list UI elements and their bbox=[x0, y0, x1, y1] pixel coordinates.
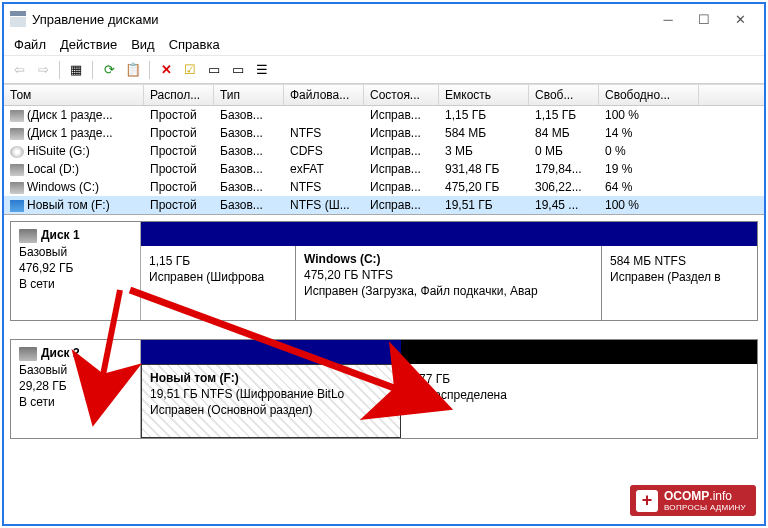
disk2-header-bar bbox=[141, 340, 757, 364]
properties-button[interactable]: 📋 bbox=[122, 59, 144, 81]
column-freepct[interactable]: Свободно... bbox=[599, 85, 699, 105]
watermark-sub: ВОПРОСЫ АДМИНУ bbox=[664, 503, 746, 512]
separator bbox=[59, 61, 60, 79]
volume-row[interactable]: Windows (C:)ПростойБазов...NTFSИсправ...… bbox=[4, 178, 764, 196]
disk1-info: Диск 1 Базовый 476,92 ГБ В сети bbox=[11, 222, 141, 320]
part-size: 1,15 ГБ bbox=[149, 254, 287, 268]
part-status: Исправен (Шифрова bbox=[149, 270, 287, 284]
disk-icon bbox=[19, 347, 37, 361]
volume-list-header: Том Распол... Тип Файлова... Состоя... Е… bbox=[4, 84, 764, 106]
volume-row[interactable]: Новый том (F:)ПростойБазов...NTFS (Ш...И… bbox=[4, 196, 764, 214]
volume-icon bbox=[10, 146, 24, 158]
volume-rows: (Диск 1 разде...ПростойБазов...Исправ...… bbox=[4, 106, 764, 214]
disk-icon bbox=[19, 229, 37, 243]
part-status: Исправен (Основной раздел) bbox=[150, 403, 392, 417]
column-volume[interactable]: Том bbox=[4, 85, 144, 105]
column-layout[interactable]: Распол... bbox=[144, 85, 214, 105]
menu-help[interactable]: Справка bbox=[169, 37, 220, 52]
disk1-type: Базовый bbox=[19, 245, 132, 259]
disk2-part-2[interactable]: 9,77 ГБ Не распределена bbox=[401, 364, 757, 438]
minimize-button[interactable]: ─ bbox=[650, 4, 686, 34]
part-size: 584 МБ NTFS bbox=[610, 254, 749, 268]
disk2-type: Базовый bbox=[19, 363, 132, 377]
toolbar: ⇦ ⇨ ▦ ⟳ 📋 ✕ ☑ ▭ ▭ ☰ bbox=[4, 56, 764, 84]
part-size: 475,20 ГБ NTFS bbox=[304, 268, 593, 282]
separator bbox=[149, 61, 150, 79]
extra1-button[interactable]: ▭ bbox=[203, 59, 225, 81]
disk1-part-2[interactable]: Windows (C:) 475,20 ГБ NTFS Исправен (За… bbox=[296, 246, 602, 320]
disk1-header-bar bbox=[141, 222, 757, 246]
column-status[interactable]: Состоя... bbox=[364, 85, 439, 105]
separator bbox=[92, 61, 93, 79]
part-size: 9,77 ГБ bbox=[409, 372, 749, 386]
maximize-button[interactable]: ☐ bbox=[686, 4, 722, 34]
part-name: Windows (C:) bbox=[304, 252, 593, 266]
volume-icon bbox=[10, 128, 24, 140]
volume-icon bbox=[10, 200, 24, 212]
disk2-name: Диск 2 bbox=[41, 346, 80, 360]
volume-row[interactable]: (Диск 1 разде...ПростойБазов...Исправ...… bbox=[4, 106, 764, 124]
disk-pane: Диск 1 Базовый 476,92 ГБ В сети 1,15 ГБ … bbox=[4, 215, 764, 524]
column-fs[interactable]: Файлова... bbox=[284, 85, 364, 105]
column-type[interactable]: Тип bbox=[214, 85, 284, 105]
part-status: Исправен (Загрузка, Файл подкачки, Авар bbox=[304, 284, 593, 298]
disk2-header-blue bbox=[141, 340, 401, 364]
menu-file[interactable]: Файл bbox=[14, 37, 46, 52]
titlebar: Управление дисками ─ ☐ ✕ bbox=[4, 4, 764, 34]
settings-button[interactable]: ☑ bbox=[179, 59, 201, 81]
volume-icon bbox=[10, 182, 24, 194]
disk2-header-black bbox=[401, 340, 757, 364]
disk2-parts: Новый том (F:) 19,51 ГБ NTFS (Шифрование… bbox=[141, 340, 757, 438]
close-button[interactable]: ✕ bbox=[722, 4, 758, 34]
plus-icon: + bbox=[636, 490, 658, 512]
disk2-size: 29,28 ГБ bbox=[19, 379, 132, 393]
forward-button[interactable]: ⇨ bbox=[32, 59, 54, 81]
list-button[interactable]: ☰ bbox=[251, 59, 273, 81]
volume-row[interactable]: Local (D:)ПростойБазов...exFATИсправ...9… bbox=[4, 160, 764, 178]
menu-action[interactable]: Действие bbox=[60, 37, 117, 52]
part-status: Исправен (Раздел в bbox=[610, 270, 749, 284]
column-capacity[interactable]: Емкость bbox=[439, 85, 529, 105]
menubar: Файл Действие Вид Справка bbox=[4, 34, 764, 56]
disk2-info: Диск 2 Базовый 29,28 ГБ В сети bbox=[11, 340, 141, 438]
volume-row[interactable]: (Диск 1 разде...ПростойБазов...NTFSИспра… bbox=[4, 124, 764, 142]
delete-button[interactable]: ✕ bbox=[155, 59, 177, 81]
back-button[interactable]: ⇦ bbox=[8, 59, 30, 81]
part-size: 19,51 ГБ NTFS (Шифрование BitLo bbox=[150, 387, 392, 401]
volume-icon bbox=[10, 164, 24, 176]
disk1-size: 476,92 ГБ bbox=[19, 261, 132, 275]
disk-row-2[interactable]: Диск 2 Базовый 29,28 ГБ В сети Новый том… bbox=[10, 339, 758, 439]
disk-row-1[interactable]: Диск 1 Базовый 476,92 ГБ В сети 1,15 ГБ … bbox=[10, 221, 758, 321]
disk1-name: Диск 1 bbox=[41, 228, 80, 242]
disk1-status: В сети bbox=[19, 277, 132, 291]
app-icon bbox=[10, 11, 26, 27]
extra2-button[interactable]: ▭ bbox=[227, 59, 249, 81]
window-title: Управление дисками bbox=[10, 11, 650, 27]
menu-view[interactable]: Вид bbox=[131, 37, 155, 52]
part-status: Не распределена bbox=[409, 388, 749, 402]
title-text: Управление дисками bbox=[32, 12, 159, 27]
show-hide-button[interactable]: ▦ bbox=[65, 59, 87, 81]
volume-row[interactable]: HiSuite (G:)ПростойБазов...CDFSИсправ...… bbox=[4, 142, 764, 160]
disk2-part-1[interactable]: Новый том (F:) 19,51 ГБ NTFS (Шифрование… bbox=[141, 364, 401, 438]
column-free[interactable]: Своб... bbox=[529, 85, 599, 105]
disk1-part-1[interactable]: 1,15 ГБ Исправен (Шифрова bbox=[141, 246, 296, 320]
disk1-parts: 1,15 ГБ Исправен (Шифрова Windows (C:) 4… bbox=[141, 222, 757, 320]
disk-management-window: Управление дисками ─ ☐ ✕ Файл Действие В… bbox=[2, 2, 766, 526]
watermark-brand: OCOMP bbox=[664, 489, 709, 503]
watermark-tld: .info bbox=[709, 489, 732, 503]
volume-list: Том Распол... Тип Файлова... Состоя... Е… bbox=[4, 84, 764, 215]
volume-icon bbox=[10, 110, 24, 122]
disk1-part-3[interactable]: 584 МБ NTFS Исправен (Раздел в bbox=[602, 246, 757, 320]
refresh-button[interactable]: ⟳ bbox=[98, 59, 120, 81]
disk2-status: В сети bbox=[19, 395, 132, 409]
watermark: + OCOMP.info ВОПРОСЫ АДМИНУ bbox=[630, 485, 756, 516]
part-name: Новый том (F:) bbox=[150, 371, 392, 385]
